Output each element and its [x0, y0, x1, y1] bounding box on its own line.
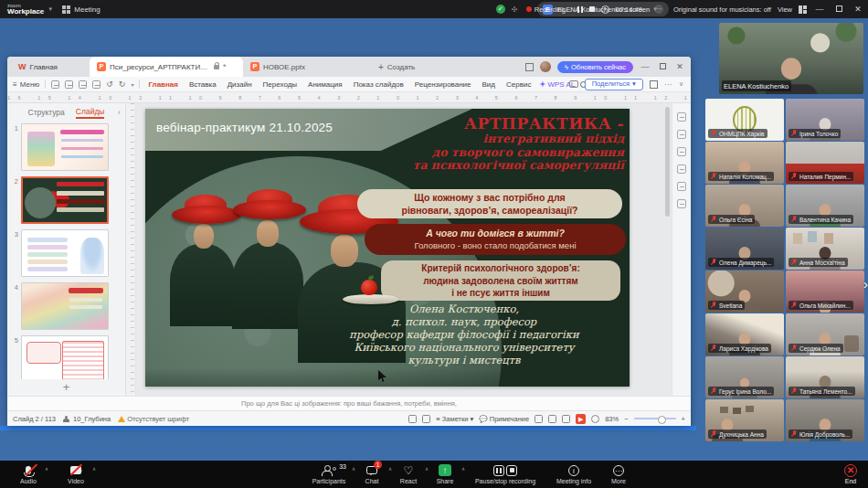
maximize-button[interactable]: [832, 5, 845, 14]
close-button[interactable]: ✕: [852, 5, 864, 14]
tab-slideshow[interactable]: Показ слайдов: [351, 80, 407, 89]
sidebar-tool-icon[interactable]: [677, 112, 686, 122]
participants-button[interactable]: 33 Participants ∧: [309, 464, 349, 484]
more-button[interactable]: ⋯ More: [605, 464, 632, 484]
sorter-view-icon[interactable]: [548, 415, 556, 423]
tab-view[interactable]: Вид: [480, 80, 498, 89]
output-icon[interactable]: [65, 80, 73, 89]
participant-tile[interactable]: Svetlana: [705, 271, 784, 313]
panel-icon[interactable]: [650, 80, 658, 89]
wps-home-tab[interactable]: W Главная: [11, 57, 90, 77]
stop-recording-icon[interactable]: [589, 6, 595, 12]
collapse-panel-icon[interactable]: ‹: [118, 108, 121, 117]
status-icon[interactable]: [422, 415, 430, 423]
chat-chevron[interactable]: ∧: [388, 466, 392, 472]
tab-insert[interactable]: Вставка: [186, 80, 219, 89]
speaker-notes-bar[interactable]: Про що для Вас ці зображення: про ваші б…: [7, 396, 691, 410]
reading-view-icon[interactable]: [562, 415, 570, 423]
video-button[interactable]: Video ∧: [62, 464, 90, 484]
zoom-level[interactable]: 83%: [605, 415, 619, 423]
tab-home[interactable]: Главная: [145, 80, 181, 89]
chat-button[interactable]: 1 Chat ∧: [358, 464, 386, 484]
participant-tile[interactable]: Сердюк Олена: [786, 313, 864, 355]
participant-tile[interactable]: Анна Мосхаїтіна: [786, 228, 864, 270]
fit-screen-icon[interactable]: [591, 415, 599, 423]
layout-icon[interactable]: [525, 63, 534, 71]
slide-editor[interactable]: вебінар-практикум 21.10.2025 АРТПРАКТИКА…: [145, 109, 630, 387]
wps-minimize-button[interactable]: —: [640, 62, 651, 71]
pause-stop-recording-button[interactable]: Pause/stop recording: [468, 464, 543, 484]
comment-icon[interactable]: [569, 80, 578, 88]
timer-chevron-icon[interactable]: ▼: [652, 6, 658, 12]
tab-tools[interactable]: Сервис: [503, 80, 534, 89]
slide-thumbnail-3[interactable]: 3: [9, 229, 125, 277]
zoom-slider[interactable]: [634, 418, 676, 419]
zoom-in-button[interactable]: +: [682, 415, 685, 423]
tab-review[interactable]: Рецензирование: [412, 80, 474, 89]
zoom-workplace-logo[interactable]: zoom Workplace: [7, 3, 44, 16]
chevron-down-icon[interactable]: ▼: [48, 6, 53, 12]
tab-design[interactable]: Дизайн: [225, 80, 255, 89]
slideshow-play-button[interactable]: ▶: [576, 414, 586, 424]
slide-thumbnail-2-selected[interactable]: 2: [9, 176, 125, 224]
comment-toggle[interactable]: 💬 Примечание: [479, 415, 529, 423]
sidebar-tool-icon[interactable]: [677, 182, 686, 191]
save-icon[interactable]: [51, 80, 59, 89]
slide-thumbnail-1[interactable]: 1: [9, 123, 125, 171]
undo-icon[interactable]: ↺: [106, 80, 113, 89]
participant-tile[interactable]: Духницька Анна: [705, 399, 784, 441]
sidebar-tool-icon[interactable]: [677, 164, 686, 174]
participants-chevron[interactable]: ∧: [352, 466, 355, 472]
menu-button[interactable]: ≡ Меню: [13, 80, 39, 89]
share-chevron[interactable]: ∧: [461, 466, 465, 472]
normal-view-icon[interactable]: [535, 415, 543, 423]
wps-restore-button[interactable]: [657, 62, 668, 71]
print-icon[interactable]: [79, 80, 87, 89]
document-tab-2[interactable]: P НОВОЕ.pptx: [243, 57, 369, 77]
document-tab-active[interactable]: P Пси_ресурси_АРТПРАКТИКА *: [90, 57, 243, 77]
account-avatar[interactable]: [540, 61, 551, 72]
more-tools-icon[interactable]: ⋯: [664, 80, 672, 89]
sidebar-tool-icon[interactable]: [677, 130, 686, 139]
participant-tile[interactable]: Олена Димарець...: [705, 228, 784, 270]
new-document-button[interactable]: + Создать: [378, 62, 415, 72]
share-document-button[interactable]: Поделиться ▾: [585, 79, 643, 90]
participant-tile[interactable]: ОНМЦПК Харків: [705, 99, 784, 141]
pause-recording-icon[interactable]: [493, 465, 504, 476]
participant-tile[interactable]: Татьяна Лементо...: [786, 356, 864, 398]
slide-thumbnail-5[interactable]: 5: [9, 335, 125, 379]
meeting-info-button[interactable]: i Meeting info: [552, 464, 596, 484]
preview-icon[interactable]: [92, 80, 101, 89]
document-user-label[interactable]: 10_Глубина: [73, 415, 111, 423]
notes-toggle[interactable]: ≡ Заметки ▾: [436, 415, 473, 423]
update-now-button[interactable]: ϟ Обновить сейчас: [557, 61, 633, 73]
meeting-tab[interactable]: Meeting: [62, 5, 100, 14]
zoom-out-button[interactable]: −: [624, 415, 628, 423]
tab-transitions[interactable]: Переходы: [260, 80, 301, 89]
share-button[interactable]: ↑ Share ∧: [431, 464, 459, 484]
participant-tile[interactable]: Ольга Михайлин...: [786, 271, 864, 313]
tab-slides[interactable]: Слайды: [76, 107, 105, 119]
wps-close-button[interactable]: ✕: [674, 62, 685, 71]
redo-icon[interactable]: ↻: [119, 80, 126, 89]
react-chevron[interactable]: ∧: [425, 466, 429, 472]
view-layout-icon[interactable]: [799, 5, 807, 14]
participant-tile[interactable]: Валентина Качина: [786, 185, 864, 227]
participant-tile[interactable]: Лариса Хардікова: [705, 313, 784, 355]
audio-button[interactable]: Audio ∧: [15, 464, 42, 484]
react-button[interactable]: ♡ React ∧: [395, 464, 422, 484]
view-button-label[interactable]: View: [778, 5, 792, 14]
video-options-chevron[interactable]: ∧: [92, 466, 96, 472]
collapse-ribbon-icon[interactable]: ∨: [679, 80, 683, 88]
minimize-button[interactable]: —: [813, 5, 826, 14]
panel-scroll-chevron[interactable]: ›: [863, 276, 868, 292]
slide-thumbnail-4[interactable]: 4: [9, 282, 125, 330]
tab-wps-ai[interactable]: WPS AI: [539, 80, 573, 89]
participant-tile[interactable]: Наталия Пермин...: [786, 142, 864, 184]
stop-recording-icon[interactable]: [506, 465, 517, 476]
audio-options-chevron[interactable]: ∧: [45, 466, 48, 472]
participant-tile[interactable]: Ірина Толочко: [786, 99, 864, 141]
original-sound-toggle[interactable]: Original sound for musicians: off: [673, 5, 771, 14]
participant-tile[interactable]: Герус Ірина Воло...: [705, 356, 784, 398]
font-warning[interactable]: Отсутствует шрифт: [118, 415, 189, 423]
